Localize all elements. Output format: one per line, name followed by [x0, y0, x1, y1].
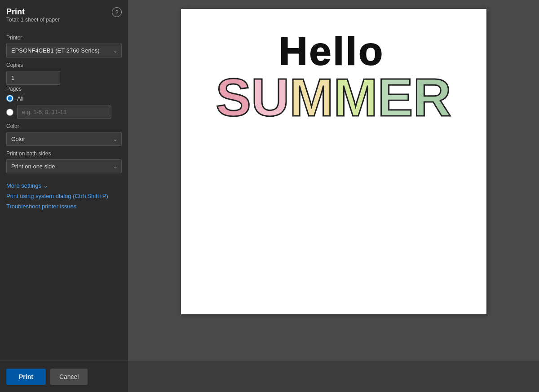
copies-label: Copies [6, 62, 122, 68]
dialog-subtitle: Total: 1 sheet of paper [6, 17, 60, 23]
more-settings-button[interactable]: More settings ⌄ [6, 181, 48, 191]
bottom-right-spacer [128, 361, 539, 392]
summer-row: S U M M E R [216, 71, 451, 124]
pages-custom-radio[interactable] [6, 109, 13, 116]
preview-area: Hello S U M M E R [128, 0, 539, 361]
more-settings-chevron-icon: ⌄ [43, 182, 48, 189]
color-select[interactable]: Color Black and white [6, 132, 122, 146]
system-dialog-button[interactable]: Print using system dialog (Ctrl+Shift+P) [6, 191, 108, 201]
letter-M1: M [289, 71, 333, 124]
pages-all-radio[interactable] [6, 95, 13, 102]
printer-select[interactable]: EPSONF4CEB1 (ET-2760 Series) Microsoft P… [6, 44, 122, 57]
pages-all-row: All [6, 95, 122, 102]
sides-dropdown-wrapper: Print on one side Print on both sides - … [6, 159, 122, 173]
pages-label: Pages [6, 86, 122, 92]
bottom-row: Print Cancel [0, 361, 539, 392]
pages-all-label: All [17, 95, 23, 102]
hello-text: Hello [279, 31, 384, 71]
print-dialog: Print Total: 1 sheet of paper ? Printer … [0, 0, 539, 392]
cancel-button[interactable]: Cancel [50, 369, 88, 385]
printer-label: Printer [6, 35, 122, 41]
pages-custom-row [6, 106, 122, 119]
color-dropdown-wrapper: Color Black and white ⌄ [6, 132, 122, 146]
system-dialog-label: Print using system dialog (Ctrl+Shift+P) [6, 193, 108, 199]
print-button[interactable]: Print [6, 369, 46, 385]
letter-S: S [216, 71, 251, 124]
help-button[interactable]: ? [112, 7, 122, 17]
pages-custom-input[interactable] [17, 106, 111, 119]
letter-R: R [413, 71, 451, 124]
letter-U: U [251, 71, 289, 124]
letter-M2: M [334, 71, 378, 124]
troubleshoot-button[interactable]: Troubleshoot printer issues [6, 201, 76, 211]
troubleshoot-label: Troubleshoot printer issues [6, 203, 76, 210]
print-preview-art: Hello S U M M E R [216, 31, 451, 124]
sides-select[interactable]: Print on one side Print on both sides - … [6, 159, 122, 173]
dialog-title: Print [6, 7, 60, 17]
left-panel: Print Total: 1 sheet of paper ? Printer … [0, 0, 128, 361]
letter-E: E [378, 71, 413, 124]
printer-dropdown-wrapper: EPSONF4CEB1 (ET-2760 Series) Microsoft P… [6, 44, 122, 57]
hello-row: Hello [279, 31, 388, 71]
paper-preview: Hello S U M M E R [181, 9, 486, 314]
copies-input[interactable] [6, 71, 60, 85]
sides-label: Print on both sides [6, 150, 122, 157]
action-buttons: Print Cancel [0, 361, 128, 392]
more-settings-label: More settings [6, 182, 41, 189]
color-label: Color [6, 123, 122, 129]
